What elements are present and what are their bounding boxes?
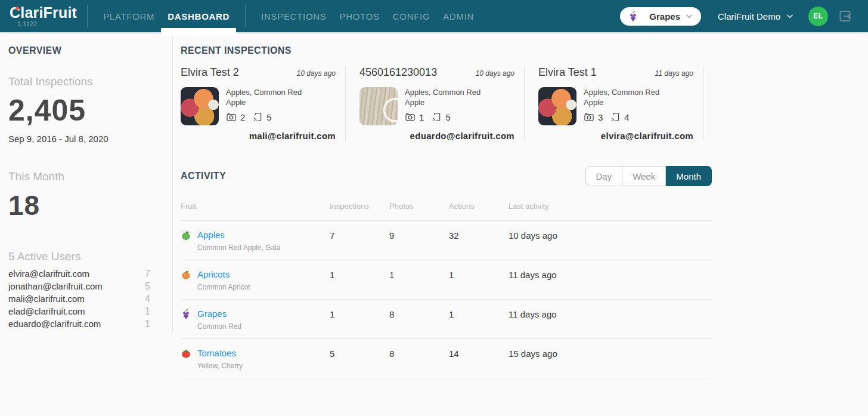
fruit-cell: Tomatoes Yellow, Cherry [181, 348, 330, 370]
column-last-activity: Last activity [509, 202, 712, 211]
active-user-row: elvira@clarifruit.com 7 [8, 267, 150, 280]
apricot-icon [181, 269, 191, 280]
app-version: 1.1122 [10, 21, 77, 27]
toggle-week-button[interactable]: Week [622, 166, 666, 186]
nav-item-photos[interactable]: PHOTOS [333, 0, 386, 32]
inspection-thumbnail [538, 87, 576, 125]
logout-icon [838, 9, 852, 23]
user-count: 5 [145, 280, 150, 292]
logo-block[interactable]: ClariFruit 1.1122 [10, 5, 77, 27]
tomato-icon [181, 348, 191, 359]
fruit-text: Apricots Common Apricot [197, 269, 250, 291]
sidebar-title: OVERVIEW [8, 45, 150, 56]
fruit-link[interactable]: Grapes [197, 309, 241, 319]
actions-value: 14 [449, 348, 509, 370]
card-info: Apples, Common Red Apple 1 [405, 87, 499, 125]
toggle-month-button[interactable]: Month [666, 166, 712, 186]
column-fruit: Fruit [181, 202, 330, 211]
nav-item-inspections[interactable]: INSPECTIONS [255, 0, 333, 32]
fruit-variants: Yellow, Cherry [197, 362, 243, 370]
column-inspections: Inspections [330, 202, 389, 211]
table-row: Apples Common Red Apple, Gala 7 9 32 10 … [181, 221, 712, 260]
fruit-cell: Apples Common Red Apple, Gala [181, 230, 330, 252]
active-tab-indicator [161, 28, 236, 36]
apple-icon [181, 230, 191, 241]
last-activity-value: 11 days ago [509, 309, 712, 331]
nav-item-platform[interactable]: PLATFORM [97, 0, 161, 32]
app-logo[interactable]: ClariFruit [10, 5, 77, 20]
photos-value: 8 [389, 348, 449, 370]
total-inspections-value: 2,405 [8, 95, 150, 125]
last-activity-value: 10 days ago [509, 230, 712, 252]
stream-icon [431, 112, 442, 122]
column-photos: Photos [389, 202, 449, 211]
inspections-value: 7 [330, 230, 389, 252]
photos-count: 1 [419, 112, 424, 122]
user-email: mali@clarifruit.com [8, 292, 85, 305]
last-activity-value: 11 days ago [509, 269, 712, 291]
user-count: 1 [145, 318, 150, 330]
photos-count: 3 [598, 112, 603, 122]
actions-count: 4 [624, 112, 629, 122]
inspection-card[interactable]: Elvira Test 2 10 days ago Apples, Common… [181, 66, 346, 141]
divider [245, 5, 246, 27]
period-toggle: Day Week Month [585, 166, 712, 186]
inspection-title: Elvira Test 2 [181, 66, 239, 79]
inspection-title: Elvira Test 1 [538, 66, 597, 79]
user-email: jonathan@clarifruit.com [8, 280, 103, 292]
fruit-link[interactable]: Tomatoes [197, 348, 243, 358]
inspection-time: 10 days ago [297, 69, 336, 78]
column-actions: Actions [449, 202, 509, 211]
this-month-label: This Month [8, 170, 150, 183]
inspection-thumbnail [181, 87, 219, 125]
total-inspections-label: Total Inspections [8, 75, 150, 88]
account-dropdown[interactable]: ClariFruit Demo [718, 11, 794, 21]
inspection-card[interactable]: Elvira Test 1 11 days ago Apples, Common… [538, 66, 703, 141]
activity-table-header: Fruit Inspections Photos Actions Last ac… [181, 202, 712, 221]
table-row: Grapes Common Red 1 8 1 11 days ago [181, 300, 712, 339]
last-activity-value: 15 days ago [509, 348, 712, 370]
card-info: Apples, Common Red Apple 3 [584, 87, 678, 125]
user-email: elvira@clarifruit.com [8, 267, 89, 280]
fruit-text: Tomatoes Yellow, Cherry [197, 348, 243, 370]
active-user-row: mali@clarifruit.com 4 [8, 292, 150, 305]
page-body: OVERVIEW Total Inspections 2,405 Sep 9, … [0, 32, 868, 378]
nav-item-dashboard[interactable]: DASHBOARD [161, 0, 236, 32]
inspections-value: 5 [330, 348, 389, 370]
card-head: Elvira Test 1 11 days ago [538, 66, 693, 79]
inspection-time: 10 days ago [476, 69, 514, 78]
main-content: RECENT INSPECTIONS Elvira Test 2 10 days… [181, 32, 712, 378]
inspection-time: 11 days ago [655, 69, 694, 78]
inspection-product: Apples, Common Red Apple [584, 87, 678, 107]
card-body: Apples, Common Red Apple 3 [538, 87, 693, 125]
chevron-down-icon [786, 12, 794, 20]
user-avatar[interactable]: EL [808, 7, 828, 26]
fruit-text: Apples Common Red Apple, Gala [197, 230, 280, 252]
nav-item-config[interactable]: CONFIG [386, 0, 437, 32]
inspection-product: Apples, Common Red Apple [226, 87, 320, 107]
actions-value: 32 [449, 230, 509, 252]
app-logo-text: ClariFruit [10, 4, 77, 21]
fruit-selector-dropdown[interactable]: Grapes [620, 7, 701, 26]
recent-inspections-title: RECENT INSPECTIONS [181, 45, 712, 56]
nav-item-admin[interactable]: ADMIN [436, 0, 480, 32]
logout-button[interactable] [838, 9, 852, 23]
photos-count: 2 [240, 112, 245, 122]
toggle-day-button[interactable]: Day [585, 166, 623, 186]
overview-sidebar: OVERVIEW Total Inspections 2,405 Sep 9, … [0, 32, 173, 332]
grapes-icon [181, 309, 191, 319]
fruit-link[interactable]: Apples [197, 230, 280, 240]
fruit-link[interactable]: Apricots [197, 269, 250, 279]
avatar-initials: EL [813, 12, 823, 20]
card-body: Apples, Common Red Apple 2 [181, 87, 336, 125]
inspection-card[interactable]: 4560161230013 10 days ago Apples, Common… [359, 66, 525, 141]
grapes-icon [628, 11, 638, 21]
camera-icon [405, 112, 416, 122]
top-navbar: ClariFruit 1.1122 PLATFORM DASHBOARD INS… [0, 0, 868, 32]
this-month-value: 18 [8, 192, 150, 219]
camera-icon [226, 112, 237, 122]
date-range: Sep 9, 2016 - Jul 8, 2020 [8, 134, 150, 144]
fruit-cell: Grapes Common Red [181, 309, 330, 331]
user-count: 7 [145, 267, 150, 280]
user-count: 4 [145, 292, 150, 305]
